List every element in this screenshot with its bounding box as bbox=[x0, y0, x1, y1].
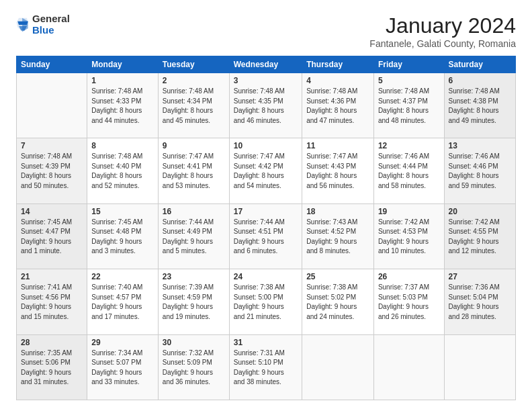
day-info: Sunrise: 7:43 AM Sunset: 4:52 PM Dayligh… bbox=[306, 218, 369, 257]
cell-w1-d7: 6Sunrise: 7:48 AM Sunset: 4:38 PM Daylig… bbox=[444, 73, 515, 138]
day-number: 4 bbox=[306, 76, 369, 85]
cell-w2-d2: 8Sunrise: 7:48 AM Sunset: 4:40 PM Daylig… bbox=[87, 138, 159, 203]
header-thursday: Thursday bbox=[302, 56, 374, 73]
day-number: 5 bbox=[378, 76, 440, 85]
cell-w2-d7: 13Sunrise: 7:46 AM Sunset: 4:46 PM Dayli… bbox=[444, 138, 515, 203]
day-number: 6 bbox=[449, 76, 511, 85]
day-number: 18 bbox=[306, 207, 369, 216]
day-number: 25 bbox=[306, 272, 369, 281]
cell-w3-d4: 17Sunrise: 7:44 AM Sunset: 4:51 PM Dayli… bbox=[229, 203, 302, 269]
cell-w4-d5: 25Sunrise: 7:38 AM Sunset: 5:02 PM Dayli… bbox=[302, 269, 374, 334]
cell-w2-d5: 11Sunrise: 7:47 AM Sunset: 4:43 PM Dayli… bbox=[302, 138, 374, 203]
calendar-table: Sunday Monday Tuesday Wednesday Thursday… bbox=[16, 56, 516, 400]
cell-w4-d1: 21Sunrise: 7:41 AM Sunset: 4:56 PM Dayli… bbox=[17, 269, 87, 334]
day-number: 16 bbox=[163, 207, 225, 216]
header-sunday: Sunday bbox=[17, 56, 87, 73]
day-info: Sunrise: 7:46 AM Sunset: 4:44 PM Dayligh… bbox=[378, 152, 440, 191]
day-info: Sunrise: 7:37 AM Sunset: 5:03 PM Dayligh… bbox=[378, 283, 440, 322]
cell-w3-d2: 15Sunrise: 7:45 AM Sunset: 4:48 PM Dayli… bbox=[87, 203, 159, 269]
cell-w1-d6: 5Sunrise: 7:48 AM Sunset: 4:37 PM Daylig… bbox=[373, 73, 444, 138]
week-row-4: 21Sunrise: 7:41 AM Sunset: 4:56 PM Dayli… bbox=[17, 269, 516, 334]
day-info: Sunrise: 7:42 AM Sunset: 4:53 PM Dayligh… bbox=[378, 218, 440, 257]
day-info: Sunrise: 7:38 AM Sunset: 5:02 PM Dayligh… bbox=[306, 283, 369, 322]
day-info: Sunrise: 7:44 AM Sunset: 4:49 PM Dayligh… bbox=[163, 218, 225, 257]
title-block: January 2024 Fantanele, Galati County, R… bbox=[369, 13, 516, 49]
day-info: Sunrise: 7:48 AM Sunset: 4:35 PM Dayligh… bbox=[234, 87, 298, 126]
day-info: Sunrise: 7:46 AM Sunset: 4:46 PM Dayligh… bbox=[449, 152, 511, 191]
day-info: Sunrise: 7:45 AM Sunset: 4:47 PM Dayligh… bbox=[21, 218, 83, 257]
day-info: Sunrise: 7:34 AM Sunset: 5:07 PM Dayligh… bbox=[91, 349, 154, 387]
cell-w5-d4: 31Sunrise: 7:31 AM Sunset: 5:10 PM Dayli… bbox=[229, 334, 302, 400]
day-info: Sunrise: 7:38 AM Sunset: 5:00 PM Dayligh… bbox=[234, 283, 298, 322]
cell-w3-d1: 14Sunrise: 7:45 AM Sunset: 4:47 PM Dayli… bbox=[17, 203, 87, 269]
header-friday: Friday bbox=[373, 56, 444, 73]
day-number: 20 bbox=[449, 207, 511, 216]
day-info: Sunrise: 7:47 AM Sunset: 4:42 PM Dayligh… bbox=[234, 152, 298, 191]
day-number: 7 bbox=[21, 141, 83, 150]
logo-general: General bbox=[32, 13, 70, 24]
day-number: 23 bbox=[163, 272, 225, 281]
page: General Blue January 2024 Fantanele, Gal… bbox=[0, 0, 532, 411]
logo: General Blue bbox=[16, 13, 70, 36]
cell-w4-d4: 24Sunrise: 7:38 AM Sunset: 5:00 PM Dayli… bbox=[229, 269, 302, 334]
day-number: 21 bbox=[21, 272, 83, 281]
day-number: 15 bbox=[91, 207, 154, 216]
day-number: 2 bbox=[163, 76, 225, 85]
day-number: 31 bbox=[234, 338, 298, 347]
day-number: 10 bbox=[234, 141, 298, 150]
day-info: Sunrise: 7:39 AM Sunset: 4:59 PM Dayligh… bbox=[163, 283, 225, 322]
cell-w5-d5 bbox=[302, 334, 374, 400]
day-number: 28 bbox=[21, 338, 83, 347]
cell-w1-d2: 1Sunrise: 7:48 AM Sunset: 4:33 PM Daylig… bbox=[87, 73, 159, 138]
cell-w1-d3: 2Sunrise: 7:48 AM Sunset: 4:34 PM Daylig… bbox=[158, 73, 229, 138]
cell-w3-d5: 18Sunrise: 7:43 AM Sunset: 4:52 PM Dayli… bbox=[302, 203, 374, 269]
cell-w5-d3: 30Sunrise: 7:32 AM Sunset: 5:09 PM Dayli… bbox=[158, 334, 229, 400]
day-info: Sunrise: 7:47 AM Sunset: 4:43 PM Dayligh… bbox=[306, 152, 369, 191]
month-title: January 2024 bbox=[369, 13, 516, 38]
day-info: Sunrise: 7:40 AM Sunset: 4:57 PM Dayligh… bbox=[91, 283, 154, 322]
logo-icon bbox=[16, 17, 30, 33]
header-wednesday: Wednesday bbox=[229, 56, 302, 73]
day-info: Sunrise: 7:45 AM Sunset: 4:48 PM Dayligh… bbox=[91, 218, 154, 257]
cell-w2-d3: 9Sunrise: 7:47 AM Sunset: 4:41 PM Daylig… bbox=[158, 138, 229, 203]
header-tuesday: Tuesday bbox=[158, 56, 229, 73]
cell-w1-d5: 4Sunrise: 7:48 AM Sunset: 4:36 PM Daylig… bbox=[302, 73, 374, 138]
day-info: Sunrise: 7:41 AM Sunset: 4:56 PM Dayligh… bbox=[21, 283, 83, 322]
day-info: Sunrise: 7:48 AM Sunset: 4:37 PM Dayligh… bbox=[378, 87, 440, 126]
day-info: Sunrise: 7:47 AM Sunset: 4:41 PM Dayligh… bbox=[163, 152, 225, 191]
day-number: 26 bbox=[378, 272, 440, 281]
svg-marker-3 bbox=[19, 26, 27, 30]
week-row-1: 1Sunrise: 7:48 AM Sunset: 4:33 PM Daylig… bbox=[17, 73, 516, 138]
day-number: 14 bbox=[21, 207, 83, 216]
day-number: 19 bbox=[378, 207, 440, 216]
cell-w5-d2: 29Sunrise: 7:34 AM Sunset: 5:07 PM Dayli… bbox=[87, 334, 159, 400]
cell-w1-d4: 3Sunrise: 7:48 AM Sunset: 4:35 PM Daylig… bbox=[229, 73, 302, 138]
cell-w4-d6: 26Sunrise: 7:37 AM Sunset: 5:03 PM Dayli… bbox=[373, 269, 444, 334]
location: Fantanele, Galati County, Romania bbox=[369, 38, 516, 49]
day-number: 30 bbox=[163, 338, 225, 347]
day-info: Sunrise: 7:48 AM Sunset: 4:38 PM Dayligh… bbox=[449, 87, 511, 126]
cell-w3-d3: 16Sunrise: 7:44 AM Sunset: 4:49 PM Dayli… bbox=[158, 203, 229, 269]
week-row-2: 7Sunrise: 7:48 AM Sunset: 4:39 PM Daylig… bbox=[17, 138, 516, 203]
day-number: 9 bbox=[163, 141, 225, 150]
day-info: Sunrise: 7:42 AM Sunset: 4:55 PM Dayligh… bbox=[449, 218, 511, 257]
day-info: Sunrise: 7:48 AM Sunset: 4:33 PM Dayligh… bbox=[91, 87, 154, 126]
header-monday: Monday bbox=[87, 56, 159, 73]
cell-w1-d1 bbox=[17, 73, 87, 138]
day-number: 17 bbox=[234, 207, 298, 216]
day-info: Sunrise: 7:44 AM Sunset: 4:51 PM Dayligh… bbox=[234, 218, 298, 257]
day-info: Sunrise: 7:32 AM Sunset: 5:09 PM Dayligh… bbox=[163, 349, 225, 387]
day-number: 27 bbox=[449, 272, 511, 281]
day-info: Sunrise: 7:48 AM Sunset: 4:34 PM Dayligh… bbox=[163, 87, 225, 126]
header-row: Sunday Monday Tuesday Wednesday Thursday… bbox=[17, 56, 516, 73]
cell-w5-d1: 28Sunrise: 7:35 AM Sunset: 5:06 PM Dayli… bbox=[17, 334, 87, 400]
week-row-3: 14Sunrise: 7:45 AM Sunset: 4:47 PM Dayli… bbox=[17, 203, 516, 269]
day-number: 11 bbox=[306, 141, 369, 150]
day-number: 8 bbox=[91, 141, 154, 150]
cell-w2-d6: 12Sunrise: 7:46 AM Sunset: 4:44 PM Dayli… bbox=[373, 138, 444, 203]
header: General Blue January 2024 Fantanele, Gal… bbox=[16, 13, 516, 49]
cell-w2-d1: 7Sunrise: 7:48 AM Sunset: 4:39 PM Daylig… bbox=[17, 138, 87, 203]
cell-w3-d7: 20Sunrise: 7:42 AM Sunset: 4:55 PM Dayli… bbox=[444, 203, 515, 269]
cell-w5-d7 bbox=[444, 334, 515, 400]
cell-w2-d4: 10Sunrise: 7:47 AM Sunset: 4:42 PM Dayli… bbox=[229, 138, 302, 203]
